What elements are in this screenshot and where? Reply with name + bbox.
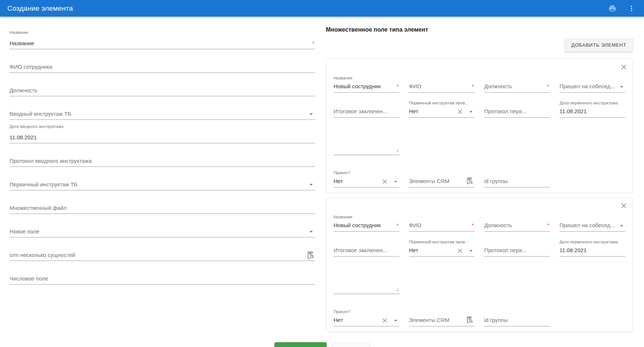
card-row-3: Принят? Нет <box>334 305 625 326</box>
intro-protocol-placeholder: Протокол вводного инструктажа <box>10 158 92 164</box>
card-field-group-id: id группы <box>484 166 550 187</box>
field-position: Должность <box>10 73 315 96</box>
card-primary-instr-select[interactable]: Нет <box>409 108 475 118</box>
panel-title: Множественное поле типа элемент <box>326 26 633 33</box>
card-interview-placeholder: Пришел на собесед... <box>560 222 615 228</box>
element-card: Название Новый сострудник * ФИО * Должно… <box>326 197 633 332</box>
more-vert-icon[interactable] <box>627 4 636 13</box>
card-interview-select[interactable]: Пришел на собесед... <box>560 222 625 232</box>
crm-search-icon[interactable] <box>466 316 475 325</box>
close-icon[interactable] <box>619 201 628 210</box>
footer-actions: СОХРАНИТЬ ОТМЕНА <box>0 342 644 347</box>
position-input[interactable]: Должность <box>10 85 315 96</box>
card-primary-date-input[interactable]: 11.08.2021 <box>560 108 625 118</box>
card-field-fio: ФИО * <box>409 210 475 232</box>
crm-search-icon[interactable] <box>466 177 475 186</box>
card-interview-select[interactable]: Пришел на собесед... <box>560 83 625 93</box>
name-input[interactable]: Название * <box>10 38 315 49</box>
card-comment-textarea[interactable] <box>334 262 400 294</box>
resize-grip-icon[interactable] <box>396 286 399 293</box>
chevron-down-icon[interactable] <box>307 228 315 236</box>
card-primary-date-input[interactable]: 11.08.2021 <box>560 247 625 257</box>
card-conclusion-input[interactable]: Итоговое заключен... <box>334 108 399 118</box>
chevron-down-icon[interactable] <box>392 178 399 185</box>
multi-file-input[interactable]: Множественный файл <box>10 203 315 214</box>
clear-icon[interactable] <box>381 178 388 185</box>
card-accepted-value: Нет <box>334 317 343 323</box>
clear-icon[interactable] <box>381 317 388 324</box>
card-field-accepted: Принят? Нет <box>334 166 399 187</box>
chevron-down-icon[interactable] <box>392 317 399 324</box>
card-conclusion-placeholder: Итоговое заключен... <box>334 108 388 114</box>
card-field-position: Должность * <box>484 210 550 232</box>
card-primary-instr-value: Нет <box>409 247 418 253</box>
card-field-primary-instr: Первичный инструктаж пров... Нет <box>409 96 475 118</box>
card-name-input[interactable]: Новый сострудник * <box>334 222 399 232</box>
card-primary-instr-label: Первичный инструктаж пров... <box>409 240 468 244</box>
field-multi-file: Множественный файл <box>10 190 315 214</box>
chevron-down-icon[interactable] <box>618 83 625 90</box>
numeric-input[interactable]: Числовое поле <box>10 273 315 285</box>
card-comment-textarea[interactable] <box>334 124 400 155</box>
close-icon[interactable] <box>619 62 628 71</box>
card-fio-input[interactable]: ФИО * <box>409 83 475 93</box>
card-protocol-placeholder: Протокол перв... <box>484 247 526 253</box>
card-field-protocol: Протокол перв... <box>484 235 550 257</box>
field-primary-briefing: Первичный инструктаж ТБ <box>10 167 315 190</box>
required-asterisk: * <box>313 40 315 46</box>
card-group-id-input[interactable]: id группы <box>484 178 550 187</box>
cancel-button[interactable]: ОТМЕНА <box>332 342 370 347</box>
card-crm-elements-input[interactable]: Элементы CRM <box>409 177 475 187</box>
card-accepted-select[interactable]: Нет <box>334 178 399 187</box>
card-fio-placeholder: ФИО <box>409 222 421 228</box>
card-name-input[interactable]: Новый сострудник * <box>334 83 399 93</box>
clear-icon[interactable] <box>456 247 464 254</box>
card-fio-placeholder: ФИО <box>409 83 421 89</box>
crm-entities-input[interactable]: crm несколько сущностей <box>10 250 315 261</box>
required-asterisk: * <box>397 222 399 228</box>
card-name-value: Новый сострудник <box>334 83 381 89</box>
card-position-input[interactable]: Должность * <box>484 222 550 232</box>
add-element-button[interactable]: ДОБАВИТЬ ЭЛЕМЕНТ <box>565 38 633 52</box>
card-crm-elements-placeholder: Элементы CRM <box>409 178 449 184</box>
intro-protocol-input[interactable]: Протокол вводного инструктажа <box>10 156 315 167</box>
element-card: Название Новый сострудник * ФИО * Должно… <box>326 58 633 193</box>
new-field-select[interactable]: Новое поле <box>10 226 315 237</box>
card-primary-instr-value: Нет <box>409 108 418 114</box>
required-asterisk: * <box>547 83 550 89</box>
card-crm-elements-input[interactable]: Элементы CRM <box>409 316 475 326</box>
chevron-down-icon[interactable] <box>307 110 315 118</box>
card-field-crm-elements: Элементы CRM <box>409 305 475 326</box>
primary-briefing-select[interactable]: Первичный инструктаж ТБ <box>10 179 315 190</box>
card-row-1: Название Новый сострудник * ФИО * Должно… <box>334 71 625 93</box>
card-accepted-select[interactable]: Нет <box>334 317 399 326</box>
card-position-input[interactable]: Должность * <box>484 83 550 93</box>
crm-search-icon[interactable] <box>306 251 315 260</box>
chevron-down-icon[interactable] <box>467 247 475 254</box>
resize-grip-icon[interactable] <box>396 147 399 154</box>
card-group-id-input[interactable]: id группы <box>484 317 550 326</box>
chevron-down-icon[interactable] <box>618 222 625 229</box>
clear-icon[interactable] <box>456 108 464 115</box>
required-asterisk: * <box>547 222 550 228</box>
chevron-down-icon[interactable] <box>307 180 315 189</box>
card-field-conclusion: Итоговое заключен... <box>334 96 399 118</box>
intro-briefing-select[interactable]: Вводный инструктаж ТБ <box>10 109 315 120</box>
field-intro-briefing-date: Дата вводного инструктажа 11.08.2021 <box>10 120 315 143</box>
card-conclusion-input[interactable]: Итоговое заключен... <box>334 247 399 257</box>
card-primary-date-label: Дата первичного инструктажа <box>560 101 618 105</box>
card-protocol-input[interactable]: Протокол перв... <box>484 108 550 118</box>
card-primary-date-value: 11.08.2021 <box>560 108 587 114</box>
card-field-fio: ФИО * <box>409 71 475 93</box>
intro-briefing-date-input[interactable]: 11.08.2021 <box>10 132 315 143</box>
print-icon[interactable] <box>608 4 617 13</box>
chevron-down-icon[interactable] <box>467 108 475 115</box>
multiple-element-panel: Множественное поле типа элемент ДОБАВИТЬ… <box>326 26 633 336</box>
required-asterisk: * <box>472 83 475 89</box>
card-primary-instr-select[interactable]: Нет <box>409 247 475 257</box>
save-button[interactable]: СОХРАНИТЬ <box>274 342 326 347</box>
employee-fio-input[interactable]: ФИО сотрудника <box>10 62 315 73</box>
card-fio-input[interactable]: ФИО * <box>409 222 475 232</box>
card-protocol-input[interactable]: Протокол перв... <box>484 247 550 257</box>
card-field-crm-elements: Элементы CRM <box>409 166 475 187</box>
